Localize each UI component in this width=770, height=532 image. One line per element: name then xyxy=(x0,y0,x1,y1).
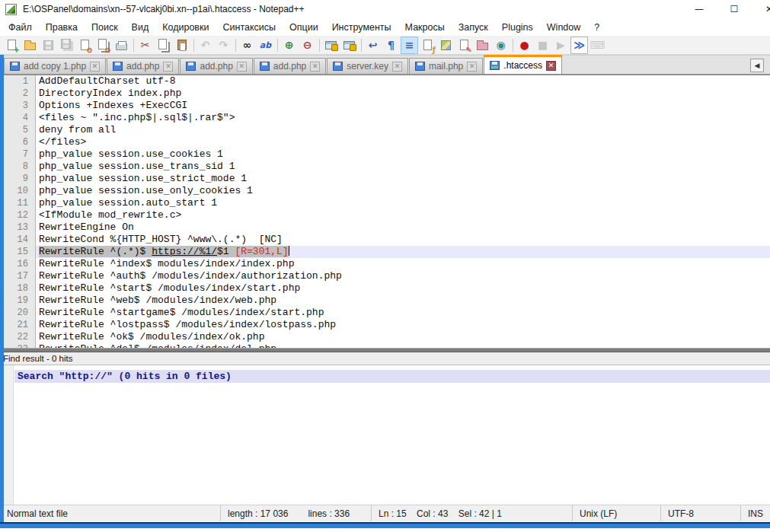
tab-scroll-left-button[interactable]: ◀ xyxy=(750,59,764,72)
tab-add-copy-1.php[interactable]: add copy 1.php✕ xyxy=(4,58,106,74)
line-number: 9 xyxy=(0,173,36,185)
menu-item-опции[interactable]: Опции xyxy=(283,20,325,35)
status-eol-format[interactable]: Unix (LF) xyxy=(573,505,661,521)
tab-server.key[interactable]: server.key✕ xyxy=(327,58,408,74)
code-line-21[interactable]: 21RewriteRule ^lostpass$ /modules/index/… xyxy=(0,319,770,331)
line-number: 4 xyxy=(0,112,36,124)
sync-scroll-horizontal-button[interactable] xyxy=(340,37,358,54)
menu-item-правка[interactable]: Правка xyxy=(39,20,85,35)
print-button[interactable] xyxy=(113,37,130,54)
close-button[interactable]: ✕ xyxy=(752,0,770,18)
macro-stop-icon: ■ xyxy=(538,40,548,50)
undo-button[interactable]: ↶ xyxy=(196,37,214,54)
code-line-7[interactable]: 7php_value session.use_cookies 1 xyxy=(0,148,770,161)
menu-item-вид[interactable]: Вид xyxy=(125,20,156,35)
menu-item-window[interactable]: Window xyxy=(540,20,587,35)
macro-run-multiple-button[interactable]: ≫ xyxy=(570,37,588,54)
code-line-20[interactable]: 20RewriteRule ^startgame$ /modules/index… xyxy=(0,307,770,319)
close-all-button[interactable]: ⊖ xyxy=(94,37,112,54)
code-line-23[interactable]: 23RewriteRule ^del$ /modules/index/del.p… xyxy=(0,343,770,348)
file-monitoring-button[interactable]: ◉ xyxy=(492,37,510,54)
paste-button[interactable] xyxy=(173,37,190,54)
code-line-13[interactable]: 13RewriteEngine On xyxy=(0,221,770,234)
code-line-10[interactable]: 10php_value session.use_only_cookies 1 xyxy=(0,185,770,197)
code-line-15[interactable]: 15RewriteRule ^(.*)$ https://%1/$1 [R=30… xyxy=(0,246,770,258)
code-line-14[interactable]: 14RewriteCond %{HTTP_HOST} ^www\.(.*) [N… xyxy=(0,234,770,246)
tab-close-icon[interactable]: ✕ xyxy=(546,61,556,71)
menu-item-поиск[interactable]: Поиск xyxy=(85,20,125,35)
code-line-12[interactable]: 12<IfModule mod_rewrite.c> xyxy=(0,209,770,221)
macro-play-button[interactable]: ▶ xyxy=(552,37,570,54)
show-all-characters-button[interactable]: ¶ xyxy=(382,37,400,54)
code-line-9[interactable]: 9php_value session.use_strict_mode 1 xyxy=(0,173,770,185)
find-result-line[interactable]: Search "http://" (0 hits in 0 files) xyxy=(14,370,770,383)
code-line-3[interactable]: 3Options +Indexes +ExecCGI xyxy=(0,100,770,112)
editor[interactable]: 1AddDefaultCharset utf-82DirectoryIndex … xyxy=(0,75,770,348)
sync-scroll-vertical-button[interactable] xyxy=(322,37,340,54)
menu-item-файл[interactable]: Файл xyxy=(2,20,39,35)
save-all-button[interactable] xyxy=(58,37,75,54)
code-line-18[interactable]: 18RewriteRule ^start$ /modules/index/sta… xyxy=(0,282,770,295)
function-list-button[interactable]: ƒ xyxy=(419,37,436,54)
tab-add.php[interactable]: add.php✕ xyxy=(254,58,326,74)
zoom-out-button[interactable]: ⊖ xyxy=(299,37,316,54)
code-line-4[interactable]: 4<files ~ ".inc.php$|.sql$|.rar$"> xyxy=(0,112,770,124)
folder-as-workspace-button[interactable] xyxy=(474,37,491,54)
line-text: RewriteRule ^index$ modules/index/index.… xyxy=(36,258,770,270)
code-line-22[interactable]: 22RewriteRule ^ok$ /modules/index/ok.php xyxy=(0,331,770,343)
document-map-button[interactable] xyxy=(437,37,455,54)
macro-play-icon: ▶ xyxy=(557,40,565,50)
code-line-5[interactable]: 5deny from all xyxy=(0,124,770,136)
code-line-8[interactable]: 8php_value session.use_trans_sid 1 xyxy=(0,161,770,173)
tab-close-icon[interactable]: ✕ xyxy=(237,62,247,72)
tab-close-icon[interactable]: ✕ xyxy=(90,62,100,72)
menu-item-макросы[interactable]: Макросы xyxy=(398,20,452,35)
menu-item-кодировки[interactable]: Кодировки xyxy=(155,20,216,35)
macro-save-button[interactable]: ⌨ xyxy=(589,37,606,54)
redo-button[interactable]: ↷ xyxy=(215,37,232,54)
toolbar-separator xyxy=(319,39,320,52)
macro-stop-button[interactable]: ■ xyxy=(534,37,551,54)
copy-button[interactable] xyxy=(155,37,172,54)
status-encoding[interactable]: UTF-8 xyxy=(661,505,741,521)
menu-item-синтаксисы[interactable]: Синтаксисы xyxy=(216,20,283,35)
tab-add.php[interactable]: add.php✕ xyxy=(107,58,179,74)
indent-guide-button[interactable]: ≡ xyxy=(401,37,418,54)
code-line-6[interactable]: 6</files> xyxy=(0,136,770,148)
tab-add.php[interactable]: add.php✕ xyxy=(180,58,252,74)
word-wrap-button[interactable]: ↩ xyxy=(364,37,382,54)
window-left-edge xyxy=(0,55,4,527)
zoom-in-button[interactable]: ⊕ xyxy=(280,37,298,54)
tab-close-icon[interactable]: ✕ xyxy=(310,62,320,72)
status-typing-mode[interactable]: INS xyxy=(741,505,770,521)
tab-close-icon[interactable]: ✕ xyxy=(163,62,173,72)
new-file-button[interactable]: + xyxy=(3,37,21,54)
minimize-button[interactable]: — xyxy=(682,0,717,18)
menu-item-plugins[interactable]: Plugins xyxy=(495,20,540,35)
cut-button[interactable]: ✂ xyxy=(136,37,154,54)
code-line-16[interactable]: 16RewriteRule ^index$ modules/index/inde… xyxy=(0,258,770,270)
code-line-11[interactable]: 11php_value session.auto_start 1 xyxy=(0,197,770,209)
code-line-19[interactable]: 19RewriteRule ^web$ /modules/index/web.p… xyxy=(0,295,770,307)
tab-close-icon[interactable]: ✕ xyxy=(467,62,477,72)
save-file-button[interactable] xyxy=(40,37,57,54)
document-list-button[interactable]: ✎ xyxy=(455,37,473,54)
tab-mail.php[interactable]: mail.php✕ xyxy=(409,58,483,74)
maximize-button[interactable]: ☐ xyxy=(717,0,752,18)
menu-item-запуск[interactable]: Запуск xyxy=(452,20,495,35)
open-file-button[interactable] xyxy=(21,37,39,54)
find-result-header: Find result - 0 hits xyxy=(0,352,770,365)
code-line-1[interactable]: 1AddDefaultCharset utf-8 xyxy=(0,75,770,88)
menu-item-?[interactable]: ? xyxy=(587,20,606,35)
code-line-2[interactable]: 2DirectoryIndex index.php xyxy=(0,88,770,100)
macro-record-button[interactable]: ● xyxy=(516,37,533,54)
tab-.htaccess[interactable]: .htaccess✕ xyxy=(484,55,562,74)
menu-item-инструменты[interactable]: Инструменты xyxy=(325,20,398,35)
find-button[interactable]: ∞ xyxy=(238,37,256,54)
code-line-17[interactable]: 17RewriteRule ^auth$ /modules/index/auth… xyxy=(0,270,770,282)
replace-button[interactable]: ab xyxy=(257,37,274,54)
open-file-icon xyxy=(24,43,36,50)
tab-close-icon[interactable]: ✕ xyxy=(392,62,402,72)
close-file-button[interactable]: ⊖ xyxy=(76,37,94,54)
tab-label: add.php xyxy=(200,61,232,72)
